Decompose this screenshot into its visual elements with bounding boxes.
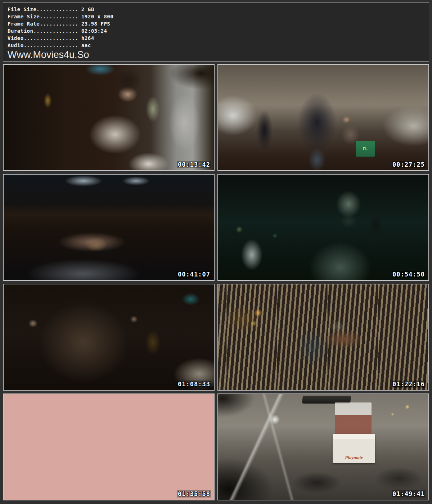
info-row-duration: Duration..............02:03:24 — [8, 27, 424, 35]
info-row-frame-size: Frame Size............1920 x 800 — [8, 13, 424, 20]
movie-still-cabin-sleeping-figure — [4, 175, 214, 280]
screenshot-thumb-3: 00:41:07 — [3, 174, 215, 281]
info-value: aac — [78, 42, 91, 48]
info-label: Duration — [8, 28, 33, 34]
playmate-cooler: Playmate — [333, 434, 375, 463]
movie-still-truck-dashboard-cooler: Playmate — [218, 394, 428, 500]
movie-still-man-white-cowboy-hat-pointing — [4, 394, 214, 500]
timestamp-overlay: 01:49:41 — [392, 490, 426, 498]
dot-leader: ............ — [40, 14, 78, 19]
timestamp-overlay: 00:13:42 — [177, 161, 211, 168]
dot-leader: ................. — [24, 42, 78, 48]
file-info-panel: File Size.............2 GB Frame Size...… — [3, 2, 429, 62]
info-value: 23.98 FPS — [78, 21, 110, 27]
info-value: 1920 x 800 — [78, 14, 113, 19]
timestamp-overlay: 00:41:07 — [177, 271, 211, 278]
info-row-file-size: File Size.............2 GB — [8, 6, 424, 13]
screenshot-thumb-5: 01:08:33 — [3, 284, 215, 391]
movie-still-bar-counter-drink-hand — [218, 284, 428, 390]
movie-still-shirtless-man-phone-call — [218, 175, 428, 280]
cooler-brand-label: Playmate — [333, 455, 375, 460]
timestamp-overlay: 01:08:33 — [177, 381, 211, 388]
info-row-audio: Audio.................aac — [8, 42, 424, 49]
dot-leader: ............. — [36, 6, 78, 12]
movie-still-boat-cabin-couple: FL — [218, 65, 428, 170]
takeout-bag — [335, 402, 372, 436]
info-row-frame-rate: Frame Rate............23.98 FPS — [8, 20, 424, 27]
info-row-video: Video.................h264 — [8, 35, 424, 42]
screenshot-grid: 00:13:42 FL 00:27:25 00:41:07 00:54:50 0… — [3, 64, 429, 500]
info-label: Frame Rate — [8, 21, 40, 27]
screenshot-thumb-7: 01:35:58 — [3, 393, 215, 500]
timestamp-overlay: 00:27:25 — [392, 161, 426, 168]
info-value: 02:03:24 — [78, 28, 107, 34]
screenshot-thumb-8: Playmate 01:49:41 — [217, 393, 429, 500]
info-value: h264 — [78, 35, 94, 41]
movie-still-dark-bar-crowd — [4, 284, 214, 390]
info-label: File Size — [8, 6, 36, 12]
dot-leader: ............ — [40, 21, 78, 27]
info-label: Audio — [8, 42, 24, 48]
info-label: Video — [8, 35, 24, 41]
screenshot-thumb-6: 01:22:16 — [217, 284, 429, 391]
info-label: Frame Size — [8, 14, 40, 19]
page: File Size.............2 GB Frame Size...… — [0, 0, 432, 500]
screenshot-thumb-2: FL 00:27:25 — [217, 64, 429, 171]
green-shopping-bag: FL — [356, 141, 375, 157]
screenshot-thumb-4: 00:54:50 — [217, 174, 429, 281]
timestamp-overlay: 01:22:16 — [392, 381, 426, 388]
dot-leader: .............. — [33, 28, 78, 34]
site-watermark: Www.Movies4u.So — [8, 49, 424, 60]
info-value: 2 GB — [78, 6, 94, 12]
timestamp-overlay: 00:54:50 — [392, 271, 426, 278]
timestamp-overlay: 01:35:58 — [177, 490, 211, 498]
dot-leader: ................. — [24, 35, 78, 41]
movie-still-tiki-bar-bartender — [4, 65, 214, 170]
screenshot-thumb-1: 00:13:42 — [3, 64, 215, 171]
